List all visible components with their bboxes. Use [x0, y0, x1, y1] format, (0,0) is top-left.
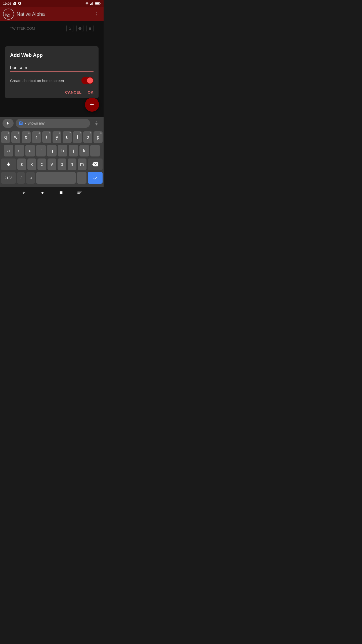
main-content: TWITTER.COM Add Web App Create shortcut … — [0, 21, 104, 117]
slash-key[interactable]: / — [17, 172, 25, 184]
back-nav-button[interactable] — [20, 189, 28, 196]
svg-rect-13 — [77, 192, 81, 193]
sim-card-icon — [13, 2, 16, 5]
add-fab[interactable]: + — [85, 98, 99, 112]
shift-key[interactable] — [1, 158, 16, 170]
key-g[interactable]: g — [47, 145, 57, 156]
key-h[interactable]: h — [58, 145, 67, 156]
key-u[interactable]: u7 — [63, 131, 72, 143]
mic-button[interactable] — [92, 119, 101, 128]
key-row-4: ?123 / ☺ . — [1, 172, 103, 184]
enter-key[interactable] — [88, 172, 103, 184]
app-title: Native Alpha — [17, 11, 93, 17]
add-fab-icon: + — [90, 101, 94, 108]
key-s[interactable]: s — [15, 145, 24, 156]
svg-rect-12 — [77, 191, 82, 191]
key-x[interactable]: x — [27, 158, 36, 170]
key-m[interactable]: m — [78, 158, 86, 170]
battery-icon — [95, 2, 101, 5]
key-j[interactable]: j — [69, 145, 78, 156]
key-i[interactable]: i8 — [73, 131, 82, 143]
dialog-title: Add Web App — [10, 52, 94, 58]
toggle-thumb — [87, 77, 93, 84]
key-t[interactable]: t5 — [42, 131, 51, 143]
keyboard: q1 w2 e3 r4 t5 y6 u7 i8 o9 p0 a s d f g … — [0, 130, 104, 187]
space-key[interactable] — [36, 172, 76, 184]
time-display: 10:03 — [3, 2, 11, 6]
add-web-app-dialog: Add Web App Create shortcut on home scre… — [5, 46, 99, 98]
period-key[interactable]: . — [77, 172, 86, 184]
key-d[interactable]: d — [25, 145, 35, 156]
svg-rect-3 — [93, 2, 93, 5]
svg-rect-11 — [60, 191, 63, 194]
ok-button[interactable]: OK — [88, 90, 94, 94]
svg-point-10 — [41, 192, 43, 194]
cancel-button[interactable]: CANCEL — [65, 90, 82, 94]
key-row-2: a s d f g h j k l — [1, 145, 103, 156]
keyboard-toolbar: • Shows any ... — [0, 117, 104, 130]
svg-rect-6 — [95, 3, 99, 4]
key-a[interactable]: a — [4, 145, 13, 156]
clipboard-text: • Shows any ... — [25, 121, 49, 125]
clipboard-icon — [19, 121, 23, 126]
app-logo: N α — [3, 9, 14, 20]
key-f[interactable]: f — [36, 145, 46, 156]
key-q[interactable]: q1 — [1, 131, 10, 143]
key-row-1: q1 w2 e3 r4 t5 y6 u7 i8 o9 p0 — [1, 131, 103, 143]
svg-rect-1 — [91, 3, 92, 5]
overflow-menu-button[interactable]: ⋮ — [93, 10, 101, 18]
url-input[interactable] — [10, 64, 94, 71]
key-c[interactable]: c — [37, 158, 46, 170]
key-n[interactable]: n — [68, 158, 76, 170]
svg-rect-0 — [90, 4, 91, 5]
key-row-3: z x c v b n m — [1, 158, 103, 170]
shortcut-row: Create shortcut on home screen — [10, 77, 94, 84]
app-bar: N α Native Alpha ⋮ — [0, 7, 104, 21]
key-b[interactable]: b — [58, 158, 66, 170]
key-w[interactable]: w2 — [11, 131, 20, 143]
backspace-key[interactable] — [88, 158, 103, 170]
emoji-key[interactable]: ☺ — [26, 172, 35, 184]
key-p[interactable]: p0 — [94, 131, 103, 143]
keyboard-nav-button[interactable] — [76, 189, 83, 196]
key-v[interactable]: v — [48, 158, 56, 170]
key-r[interactable]: r4 — [32, 131, 41, 143]
mic-icon — [94, 120, 99, 126]
svg-rect-5 — [100, 3, 100, 4]
recents-nav-button[interactable] — [57, 189, 65, 196]
shortcut-toggle[interactable] — [81, 77, 94, 84]
toolbar-clipboard-button[interactable]: • Shows any ... — [16, 119, 90, 128]
signal-icon — [90, 2, 94, 5]
wifi-icon — [85, 2, 89, 5]
svg-rect-2 — [92, 3, 92, 5]
dialog-actions: CANCEL OK — [10, 90, 94, 94]
svg-rect-14 — [77, 193, 80, 194]
url-input-container[interactable] — [10, 64, 94, 72]
home-nav-button[interactable] — [39, 189, 46, 196]
vpn-icon — [18, 2, 21, 5]
key-k[interactable]: k — [79, 145, 89, 156]
key-y[interactable]: y6 — [53, 131, 62, 143]
shortcut-label: Create shortcut on home screen — [10, 78, 64, 83]
key-z[interactable]: z — [17, 158, 26, 170]
toolbar-arrow-button[interactable] — [3, 119, 14, 128]
key-e[interactable]: e3 — [22, 131, 31, 143]
status-bar: 10:03 — [0, 0, 104, 7]
svg-text:α: α — [7, 12, 10, 18]
key-o[interactable]: o9 — [83, 131, 92, 143]
nav-bar — [0, 187, 104, 199]
symbols-key[interactable]: ?123 — [1, 172, 16, 184]
key-l[interactable]: l — [90, 145, 100, 156]
